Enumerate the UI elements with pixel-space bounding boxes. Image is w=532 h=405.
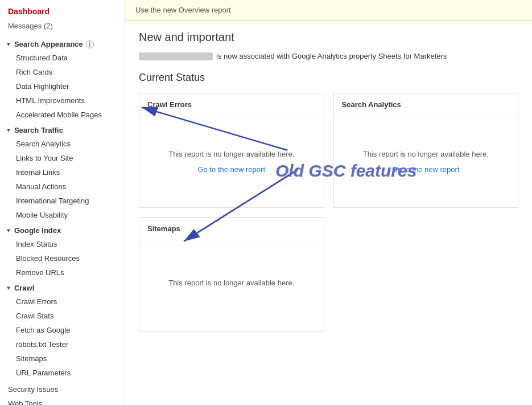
search-analytics-header: Search Analytics — [334, 93, 518, 116]
sitemaps-no-report: This report is no longer available here. — [168, 279, 294, 287]
overview-banner: Use the new Overview report — [125, 0, 532, 21]
sitemaps-body: This report is no longer available here. — [139, 240, 324, 332]
sidebar-section-label: Crawl — [14, 284, 34, 292]
sidebar-item-web-tools[interactable]: Web Tools — [0, 396, 125, 405]
sidebar-section-label: Google Index — [14, 226, 61, 235]
current-status-title: Current Status — [139, 72, 518, 84]
sidebar-item-mobile-usability[interactable]: Mobile Usability — [0, 208, 125, 222]
crawl-errors-header: Crawl Errors — [139, 93, 324, 116]
arrow-icon: ▼ — [6, 227, 11, 234]
info-icon[interactable]: i — [86, 40, 94, 48]
sidebar-item-internal-links[interactable]: Internal Links — [0, 165, 125, 179]
sidebar-item-crawl-stats[interactable]: Crawl Stats — [0, 309, 125, 323]
sitemaps-header: Sitemaps — [139, 218, 324, 240]
sidebar-messages[interactable]: Messages (2) — [0, 19, 125, 36]
sidebar-item-international-targeting[interactable]: International Targeting — [0, 194, 125, 208]
sidebar-item-blocked-resources[interactable]: Blocked Resources — [0, 251, 125, 265]
sidebar: Dashboard Messages (2) ▼ Search Appearan… — [0, 0, 125, 405]
arrow-icon: ▼ — [6, 285, 11, 291]
sidebar-dashboard[interactable]: Dashboard — [0, 0, 125, 19]
redacted-url — [139, 52, 213, 60]
sidebar-section-label: Search Traffic — [14, 126, 63, 134]
notification-text: is now associated with Google Analytics … — [216, 52, 447, 60]
crawl-errors-card: Crawl Errors This report is no longer av… — [139, 93, 324, 208]
main-content: Use the new Overview report New and impo… — [125, 0, 532, 405]
sidebar-section-search-traffic[interactable]: ▼ Search Traffic — [0, 122, 125, 137]
main-body: New and important is now associated with… — [125, 21, 532, 342]
sidebar-section-crawl[interactable]: ▼ Crawl — [0, 280, 125, 294]
arrow-icon: ▼ — [6, 41, 11, 47]
sidebar-item-structured-data[interactable]: Structured Data — [0, 51, 125, 65]
sidebar-item-data-highlighter[interactable]: Data Highlighter — [0, 79, 125, 93]
banner-text: Use the new Overview report — [135, 6, 231, 14]
sidebar-section-search-appearance[interactable]: ▼ Search Appearance i — [0, 36, 125, 51]
sidebar-item-manual-actions[interactable]: Manual Actions — [0, 179, 125, 194]
sidebar-item-accelerated-mobile-pages[interactable]: Accelerated Mobile Pages — [0, 108, 125, 122]
crawl-errors-no-report: This report is no longer available here. — [168, 150, 294, 158]
sidebar-item-html-improvements[interactable]: HTML Improvements — [0, 93, 125, 108]
search-analytics-card: Search Analytics This report is no longe… — [333, 93, 519, 208]
new-important-title: New and important — [139, 31, 518, 44]
crawl-errors-link[interactable]: Go to the new report — [197, 165, 265, 174]
sitemaps-card: Sitemaps This report is no longer availa… — [139, 217, 324, 332]
sidebar-item-robots-txt-tester[interactable]: robots.txt Tester — [0, 337, 125, 351]
sidebar-item-fetch-as-google[interactable]: Fetch as Google — [0, 323, 125, 337]
sidebar-item-index-status[interactable]: Index Status — [0, 237, 125, 251]
notification-bar: is now associated with Google Analytics … — [139, 52, 518, 60]
cards-grid: Crawl Errors This report is no longer av… — [139, 93, 518, 332]
sidebar-item-crawl-errors[interactable]: Crawl Errors — [0, 294, 125, 309]
sidebar-section-label: Search Appearance — [14, 40, 83, 48]
sidebar-section-google-index[interactable]: ▼ Google Index — [0, 222, 125, 237]
sidebar-item-rich-cards[interactable]: Rich Cards — [0, 65, 125, 79]
sidebar-item-remove-urls[interactable]: Remove URLs — [0, 265, 125, 280]
sidebar-item-security-issues[interactable]: Security Issues — [0, 382, 125, 396]
search-analytics-no-report: This report is no longer available here. — [363, 150, 489, 158]
sidebar-item-url-parameters[interactable]: URL Parameters — [0, 366, 125, 380]
gsc-annotation-label: Old GSC features — [275, 161, 416, 181]
sidebar-item-search-analytics[interactable]: Search Analytics — [0, 137, 125, 151]
sidebar-item-links-to-your-site[interactable]: Links to Your Site — [0, 151, 125, 165]
arrow-icon: ▼ — [6, 127, 11, 133]
sidebar-item-sitemaps[interactable]: Sitemaps — [0, 351, 125, 366]
